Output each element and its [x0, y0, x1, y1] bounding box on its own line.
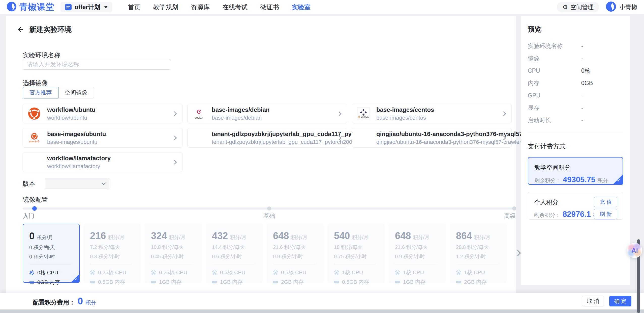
plan-cpu: 1核 CPU [334, 269, 378, 276]
slider-label-basic: 基础 [263, 212, 275, 220]
image-title: workflow/ubuntu [47, 106, 96, 113]
image-title: tenant-gdlzpoyzbkrj/jupyterlab_gpu_cuda1… [212, 131, 338, 138]
memory-ram-icon [212, 279, 217, 284]
image-section-label: 选择镜像 [23, 79, 48, 87]
preview-row-env-name: 实验环境名称- [528, 42, 623, 49]
preview-row-image: 镜像- [528, 55, 623, 62]
slider-handle[interactable] [32, 206, 37, 211]
debian-logo-icon: debian [193, 107, 205, 120]
plan-card-6[interactable]: 648积分/月 21.6 积分/每天 0.9 积分/小时 1核 CPU 1GB … [389, 224, 446, 283]
horizontal-scrollbar[interactable] [0, 309, 644, 313]
image-card-qingjiao-crawler[interactable]: qingjiao/ubuntu-16-anaconda3-python376-m… [352, 128, 512, 148]
plan-daily: 7.2 积分/每天 [90, 244, 134, 251]
nav-link-resources[interactable]: 资源库 [191, 3, 210, 11]
image-subtitle: qingjiao/ubuntu-16-anaconda3-python376-m… [376, 139, 502, 145]
preview-row-memory: 内存0GB [528, 80, 623, 87]
plan-card-0[interactable]: 0积分/月 0 积分/每天 0 积分/小时 0核 CPU 0GB 内存 ✓ [23, 224, 80, 283]
user-name: 小青椒 [619, 3, 637, 11]
preview-rows: 实验环境名称- 镜像- CPU0核 内存0GB GPU- 显存- 启动时长- [528, 42, 623, 124]
navbar-right: ⚙ 空间管理 小青椒 [557, 1, 637, 13]
plan-card-7[interactable]: 864积分/月 28.8 积分/每天 1.2 积分/小时 1核 CPU 2GB … [450, 224, 507, 283]
user-menu[interactable]: 小青椒 [606, 1, 637, 13]
cancel-button[interactable]: 取 消 [582, 296, 604, 306]
slider-dot-end [512, 206, 516, 211]
cpu-chip-icon [395, 270, 400, 275]
nav-link-home[interactable]: 首页 [128, 3, 140, 11]
tab-official-recommend[interactable]: 官方推荐 [23, 87, 58, 98]
image-card-workflow-ubuntu[interactable]: workflow/ubuntu workflow/ubuntu [23, 104, 182, 123]
memory-ram-icon [456, 279, 461, 284]
image-subtitle: tenant-gdlzpoyzbkrj/jupyterlab_gpu_cuda1… [212, 139, 338, 145]
plan-daily: 0 积分/每天 [29, 244, 73, 251]
tab-space-images[interactable]: 空间镜像 [58, 87, 94, 98]
memory-ram-icon [29, 280, 34, 285]
recharge-button[interactable]: 充 值 [594, 197, 617, 207]
plan-hourly: 0.9 积分/小时 [395, 253, 439, 260]
plan-mem: 0GB 内存 [29, 279, 73, 286]
new-env-form-panel: 新建实验环境 实验环境名称 选择镜像 官方推荐 空间镜像 workflow/ub… [6, 16, 516, 294]
footer-bar: 配置积分费用： 0 积分 取 消 确 定 [0, 293, 644, 309]
centos-caption: CentOS [361, 116, 369, 118]
cost-value: 0 [78, 296, 83, 307]
back-button[interactable] [16, 26, 24, 33]
nav-link-teaching-plan[interactable]: 教学规划 [153, 3, 178, 11]
image-icon-empty [28, 156, 41, 168]
payment-card-personal-credit[interactable]: 个人积分 剩余积分： 82976.1 积分 充 值 刷 新 [528, 192, 623, 220]
check-icon: ✓ [74, 276, 78, 282]
nav-link-lab[interactable]: 实验室 [292, 3, 311, 11]
image-card-jupyterlab-gpu[interactable]: tenant-gdlzpoyzbkrj/jupyterlab_gpu_cuda1… [187, 128, 347, 148]
image-card-llamafactory[interactable]: workflow/llamafactory workflow/llamafact… [23, 152, 182, 172]
brand-logo-icon [7, 2, 17, 13]
config-slider[interactable] [23, 207, 516, 210]
memory-ram-icon [334, 279, 339, 284]
plan-card-4[interactable]: 648积分/月 21.6 积分/每天 0.9 积分/小时 0.5核 CPU 2G… [267, 224, 324, 283]
plan-card-2[interactable]: 324积分/月 10.8 积分/每天 0.45 积分/小时 0.25核 CPU … [145, 224, 202, 283]
plan-card-list: 0积分/月 0 积分/每天 0 积分/小时 0核 CPU 0GB 内存 ✓ 21… [23, 224, 507, 283]
plan-hourly: 0 积分/小时 [29, 253, 73, 260]
refresh-button[interactable]: 刷 新 [594, 209, 617, 219]
plan-cpu: 1核 CPU [395, 269, 439, 276]
main-nav: 首页 教学规划 资源库 在线考试 微证书 实验室 [128, 3, 311, 11]
brand: 青椒课堂 [7, 1, 54, 13]
image-title: base-images/debian [212, 106, 269, 113]
image-card-base-ubuntu[interactable]: ubuntu® base-images/ubuntu base-images/u… [23, 128, 182, 148]
plan-mem: 0.5GB 内存 [334, 278, 378, 285]
plan-mem: 1GB 内存 [151, 278, 195, 285]
plan-mem: 1GB 内存 [212, 278, 256, 285]
avatar [606, 1, 616, 13]
image-source-tabs: 官方推荐 空间镜像 [23, 87, 94, 98]
image-title: base-images/centos [376, 106, 434, 113]
memory-ram-icon [273, 279, 278, 284]
plans-next-button[interactable] [516, 251, 520, 255]
env-name-label: 实验环境名称 [23, 51, 60, 59]
chevron-right-icon [515, 250, 521, 256]
config-cost: 配置积分费用： 0 积分 [33, 296, 96, 307]
plan-daily: 21.6 积分/每天 [273, 244, 317, 251]
space-badge-icon [65, 4, 72, 10]
cpu-chip-icon [151, 270, 156, 275]
plan-card-5[interactable]: 540积分/月 18 积分/每天 0.75 积分/小时 1核 CPU 0.5GB… [328, 224, 385, 283]
payment-card-space-credit[interactable]: 教学空间积分 剩余积分： 49305.75 积分 ✓ [528, 157, 623, 185]
ubuntu-caption: ubuntu® [29, 140, 40, 143]
image-card-centos[interactable]: ✿ CentOS base-images/centos base-images/… [352, 104, 512, 123]
image-icon-empty [357, 132, 370, 144]
ai-assistant-fab[interactable]: Ai [627, 243, 642, 258]
nav-link-online-exam[interactable]: 在线考试 [222, 3, 248, 11]
plan-card-3[interactable]: 432积分/月 14.4 积分/每天 0.6 积分/小时 0.5核 CPU 1G… [206, 224, 263, 283]
cpu-chip-icon [90, 270, 95, 275]
plan-card-1[interactable]: 216积分/月 7.2 积分/每天 0.3 积分/小时 0.25核 CPU 0.… [84, 224, 141, 283]
check-icon: ✓ [617, 177, 621, 184]
version-select[interactable] [45, 178, 109, 189]
env-name-input[interactable] [23, 59, 171, 70]
space-switcher-dropdown[interactable]: offer计划 [60, 2, 112, 12]
nav-link-micro-cert[interactable]: 微证书 [260, 3, 279, 11]
plan-price: 432 [212, 230, 228, 241]
chevron-right-icon [501, 111, 506, 116]
confirm-button[interactable]: 确 定 [609, 296, 631, 306]
plan-daily: 21.6 积分/每天 [395, 244, 439, 251]
image-card-debian[interactable]: debian base-images/debian base-images/de… [187, 104, 347, 123]
space-manage-button[interactable]: ⚙ 空间管理 [557, 2, 599, 12]
plan-hourly: 0.9 积分/小时 [273, 253, 317, 260]
ubuntu-logo-icon [28, 107, 41, 120]
top-navbar: 青椒课堂 offer计划 首页 教学规划 资源库 在线考试 微证书 实验室 ⚙ … [0, 0, 644, 14]
